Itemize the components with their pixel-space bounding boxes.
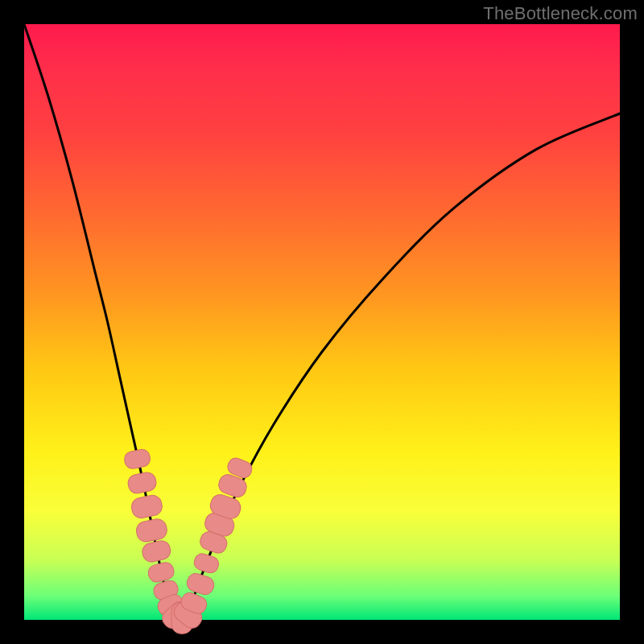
curve-marker bbox=[126, 471, 157, 495]
chart-svg bbox=[24, 24, 620, 620]
bottleneck-curve-path bbox=[24, 24, 620, 620]
curve-marker bbox=[141, 539, 172, 564]
chart-stage: TheBottleneck.com bbox=[0, 0, 644, 644]
curve-marker bbox=[123, 448, 151, 470]
curve-marker bbox=[192, 551, 221, 574]
curve-marker bbox=[134, 518, 168, 543]
plot-area bbox=[24, 24, 620, 620]
curve-layer bbox=[24, 24, 620, 620]
watermark-text: TheBottleneck.com bbox=[483, 3, 638, 24]
marker-layer bbox=[123, 448, 254, 634]
curve-marker bbox=[130, 493, 163, 519]
curve-marker bbox=[147, 561, 175, 584]
